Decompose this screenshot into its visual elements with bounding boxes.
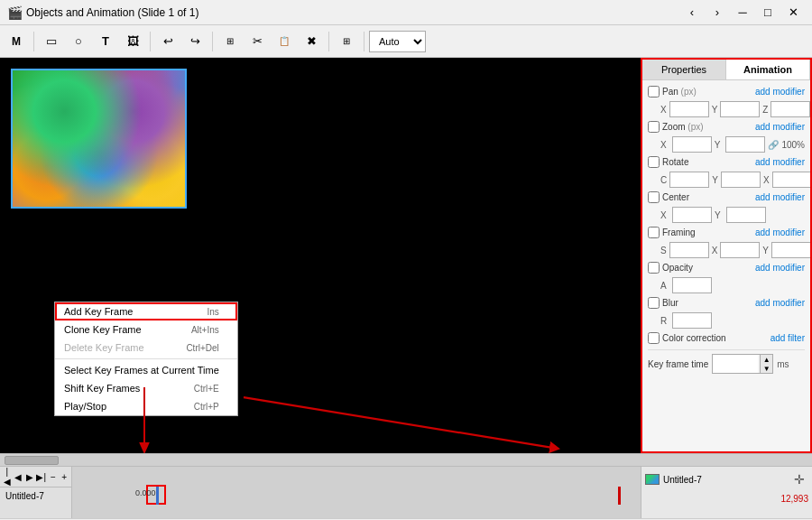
framing-s-input[interactable]	[669, 242, 709, 258]
timeline-fwd-end[interactable]: ▶|	[35, 469, 47, 485]
opacity-add-modifier[interactable]: add modifier	[755, 263, 805, 273]
zoom-x-input[interactable]	[672, 136, 712, 153]
rotate-row: Rotate add modifier	[648, 156, 805, 168]
pan-checkbox[interactable]	[648, 86, 660, 98]
keyframe-time-label: Key frame time	[648, 359, 708, 369]
panel-content: Pan (px) add modifier X Y Z Zoom (px) ad…	[642, 80, 810, 451]
app-icon: 🎬	[7, 5, 23, 20]
toolbar-mode-btn[interactable]: M	[4, 29, 29, 54]
timeline-scrollbar[interactable]	[0, 454, 812, 467]
rotate-c-input[interactable]	[669, 172, 709, 188]
timeline-area: |◀ ◀ ▶ ▶| − + Untitled-7 0.000	[0, 453, 812, 518]
timeline-plus[interactable]: +	[60, 469, 69, 485]
pan-add-modifier[interactable]: add modifier	[755, 87, 805, 97]
sep4	[328, 32, 329, 51]
color-correction-add-filter[interactable]: add filter	[770, 333, 805, 343]
close-btn[interactable]: ✕	[781, 3, 805, 23]
blur-checkbox[interactable]	[648, 297, 660, 309]
minimize-btn[interactable]: ─	[731, 3, 754, 23]
timeline-forward[interactable]: ▶	[24, 469, 34, 485]
balloon-image[interactable]	[11, 69, 187, 209]
sep1	[33, 32, 34, 51]
toolbar-copy-btn[interactable]: ⊞	[217, 29, 243, 54]
keyframe-spin-up[interactable]: ▲	[760, 355, 772, 364]
timeline-back-start[interactable]: |◀	[2, 469, 12, 485]
toolbar-cut-btn[interactable]: ✂	[245, 29, 270, 54]
menu-playstop-shortcut: Ctrl+P	[194, 402, 219, 412]
opacity-a-input[interactable]	[672, 277, 712, 293]
toolbar-text-btn[interactable]: T	[93, 29, 118, 54]
blur-label: Blur	[662, 298, 752, 308]
blur-r-input[interactable]	[672, 312, 712, 329]
rotate-x-input[interactable]	[772, 172, 810, 188]
move-icon[interactable]: ✛	[790, 470, 808, 488]
blur-row: Blur add modifier	[648, 297, 805, 309]
zoom-add-modifier[interactable]: add modifier	[755, 122, 805, 132]
toolbar-rect-btn[interactable]: ▭	[39, 29, 64, 54]
tab-properties[interactable]: Properties	[642, 60, 726, 79]
opacity-a-label: A	[660, 281, 669, 291]
keyframe-time-input[interactable]: 12993	[713, 355, 758, 373]
pan-z-input[interactable]	[770, 101, 810, 117]
opacity-label: Opacity	[662, 263, 752, 273]
color-correction-checkbox[interactable]	[648, 332, 660, 344]
toolbar-grid-btn[interactable]: ⊞	[334, 29, 359, 54]
blur-add-modifier[interactable]: add modifier	[755, 298, 805, 308]
pan-z-label: Z	[762, 105, 768, 115]
rotate-y-input[interactable]	[721, 172, 761, 188]
zoom-dropdown[interactable]: Auto50%100%	[369, 31, 426, 52]
menu-playstop[interactable]: Play/Stop Ctrl+P	[55, 397, 237, 415]
svg-line-3	[244, 397, 555, 448]
zoom-checkbox[interactable]	[648, 121, 660, 133]
timeline-row: |◀ ◀ ▶ ▶| − + Untitled-7 0.000	[0, 467, 812, 518]
toolbar-paste-btn[interactable]: 📋	[272, 29, 297, 54]
center-add-modifier[interactable]: add modifier	[755, 192, 805, 202]
menu-select-keyframes[interactable]: Select Key Frames at Current Time	[55, 361, 237, 379]
nav-left-btn[interactable]: ‹	[680, 3, 704, 23]
timeline-start-marker	[156, 487, 159, 505]
timeline-minus[interactable]: −	[48, 469, 58, 485]
framing-y-input[interactable]	[771, 242, 810, 258]
center-y-input[interactable]	[726, 207, 766, 223]
pan-x-input[interactable]	[669, 101, 709, 117]
center-x-label: X	[660, 210, 669, 220]
zoom-y-input[interactable]	[725, 136, 765, 153]
menu-delete-keyframe: Delete Key Frame Ctrl+Del	[55, 339, 237, 357]
toolbar-undo-btn[interactable]: ↩	[155, 29, 180, 54]
color-correction-row: Color correction add filter	[648, 332, 805, 344]
framing-sxy: S X Y	[660, 242, 805, 258]
framing-checkbox[interactable]	[648, 227, 660, 238]
zoom-xyz: X Y 🔗 100%	[660, 136, 805, 153]
keyframe-spin-down[interactable]: ▼	[760, 364, 772, 373]
rotate-add-modifier[interactable]: add modifier	[755, 157, 805, 167]
framing-x-input[interactable]	[720, 242, 760, 258]
timeline-scrollbar-thumb[interactable]	[5, 456, 59, 465]
title-bar: 🎬 Objects and Animation (Slide 1 of 1) ‹…	[0, 0, 812, 25]
center-xy: X Y	[660, 207, 805, 223]
toolbar-delete-btn[interactable]: ✖	[299, 29, 324, 54]
nav-right-btn[interactable]: ›	[706, 3, 729, 23]
rotate-checkbox[interactable]	[648, 156, 660, 168]
context-menu: Add Key Frame Ins Clone Key Frame Alt+In…	[54, 302, 238, 416]
panel-tabs: Properties Animation	[642, 60, 810, 80]
maximize-btn[interactable]: □	[756, 3, 780, 23]
center-checkbox[interactable]	[648, 191, 660, 203]
timeline-track-name: Untitled-7	[5, 491, 44, 501]
menu-clone-keyframe[interactable]: Clone Key Frame Alt+Ins	[55, 320, 237, 339]
tab-animation[interactable]: Animation	[726, 60, 810, 79]
timeline-start-label: 0.000	[135, 488, 156, 497]
keyframe-spin: ▲ ▼	[760, 355, 772, 373]
toolbar-image-btn[interactable]: 🖼	[120, 29, 145, 54]
center-x-input[interactable]	[672, 207, 712, 223]
framing-add-modifier[interactable]: add modifier	[755, 228, 805, 237]
timeline-back[interactable]: ◀	[13, 469, 23, 485]
opacity-checkbox[interactable]	[648, 262, 660, 274]
menu-add-keyframe[interactable]: Add Key Frame Ins	[55, 302, 237, 320]
pan-y-input[interactable]	[720, 101, 760, 117]
untitled-label: Untitled-7	[645, 474, 702, 485]
framing-row: Framing add modifier	[648, 227, 805, 238]
toolbar-ellipse-btn[interactable]: ○	[66, 29, 91, 54]
timeline-controls-col: |◀ ◀ ▶ ▶| − + Untitled-7	[0, 467, 72, 518]
menu-shift-keyframes[interactable]: Shift Key Frames Ctrl+E	[55, 379, 237, 397]
toolbar-redo-btn[interactable]: ↪	[182, 29, 208, 54]
